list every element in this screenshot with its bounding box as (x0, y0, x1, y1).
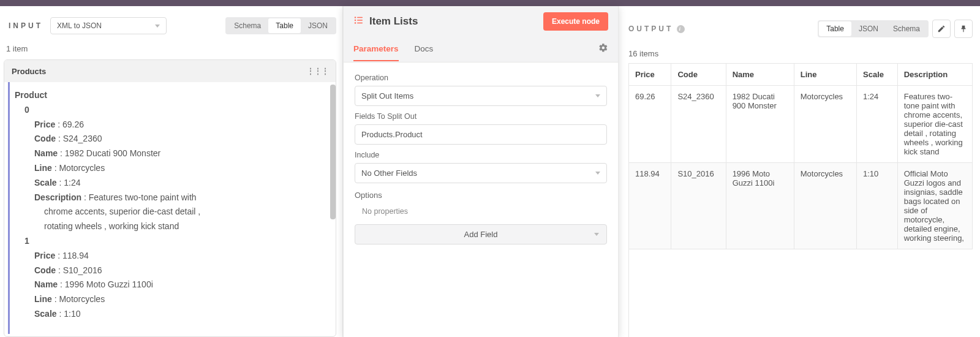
app-chrome (0, 0, 980, 6)
output-view-schema[interactable]: Schema (886, 21, 927, 36)
chevron-down-icon (155, 25, 160, 28)
fields-split-label: Fields To Split Out (355, 112, 607, 121)
input-panel: INPUT XML to JSON Schema Table JSON 1 it… (0, 6, 343, 337)
input-view-toggle: Schema Table JSON (225, 17, 336, 34)
input-source-select-value: XML to JSON (57, 21, 102, 30)
options-label: Options (355, 191, 607, 200)
chevron-down-icon (595, 172, 600, 175)
cell-scale: 1:24 (857, 86, 898, 163)
output-table[interactable]: Price Code Name Line Scale Description 6… (628, 63, 973, 337)
gear-icon[interactable] (598, 37, 608, 62)
info-icon[interactable]: i (677, 25, 685, 33)
fields-split-input[interactable]: Products.Product (355, 124, 607, 145)
input-root-label: Products (12, 67, 46, 76)
cell-name: 1996 Moto Guzzi 1100i (726, 163, 794, 249)
col-scale[interactable]: Scale (857, 64, 898, 86)
tree-val: Motorcycles (59, 163, 105, 173)
cell-line: Motorcycles (794, 86, 856, 163)
col-name[interactable]: Name (726, 64, 794, 86)
node-config-panel: Item Lists Execute node Parameters Docs … (343, 6, 619, 337)
svg-rect-4 (357, 20, 363, 21)
tree-val: 1:24 (64, 178, 80, 187)
cell-scale: 1:10 (857, 163, 898, 249)
svg-point-0 (355, 17, 356, 18)
tab-docs[interactable]: Docs (415, 38, 434, 61)
fields-split-value: Products.Product (361, 130, 423, 139)
cell-description: Features two-tone paint with chrome acce… (897, 86, 972, 163)
scrollbar[interactable] (330, 85, 336, 219)
tree-val: 1:10 (64, 309, 80, 319)
col-price[interactable]: Price (629, 64, 671, 86)
col-code[interactable]: Code (671, 64, 726, 86)
input-view-schema[interactable]: Schema (227, 18, 268, 33)
tab-parameters[interactable]: Parameters (353, 38, 399, 61)
tree-val: 1982 Ducati 900 Monster (65, 148, 160, 158)
chevron-down-icon (595, 94, 600, 97)
add-field-button[interactable]: Add Field (355, 224, 607, 244)
edit-button[interactable] (932, 20, 951, 38)
input-view-table[interactable]: Table (268, 18, 301, 33)
svg-rect-5 (357, 22, 363, 23)
grip-icon[interactable]: ⋮⋮⋮ (306, 66, 328, 76)
operation-label: Operation (355, 74, 607, 82)
col-line[interactable]: Line (794, 64, 856, 86)
output-title: OUTPUT (628, 25, 673, 33)
include-label: Include (355, 151, 607, 159)
table-header-row: Price Code Name Line Scale Description (629, 64, 973, 86)
output-panel: OUTPUT i Table JSON Schema 16 items (619, 6, 980, 337)
tree-desc: chrome accents, superior die-cast detail… (44, 205, 228, 234)
output-view-json[interactable]: JSON (851, 21, 886, 36)
cell-price: 118.94 (629, 163, 671, 249)
cell-line: Motorcycles (794, 163, 856, 249)
cell-name: 1982 Ducati 900 Monster (726, 86, 794, 163)
cell-description: Official Moto Guzzi logos and insignias,… (897, 163, 972, 249)
input-tree[interactable]: Product 0 Price : 69.26 Code : S24_2360 … (8, 82, 336, 334)
tree-index: 1 (24, 236, 29, 246)
operation-value: Split Out Items (361, 91, 413, 100)
cell-code: S24_2360 (671, 86, 726, 163)
tree-product-label: Product (15, 90, 47, 100)
output-view-toggle: Table JSON Schema (818, 20, 929, 37)
svg-point-2 (355, 22, 356, 23)
input-title: INPUT (4, 18, 48, 34)
tree-val: S24_2360 (63, 134, 102, 143)
execute-node-button[interactable]: Execute node (543, 12, 608, 31)
table-row[interactable]: 69.26 S24_2360 1982 Ducati 900 Monster M… (629, 86, 973, 163)
output-view-table[interactable]: Table (819, 21, 851, 36)
tree-val: 1996 Moto Guzzi 1100i (65, 279, 153, 289)
tree-val: Motorcycles (59, 294, 105, 304)
svg-rect-3 (357, 17, 363, 18)
svg-point-1 (355, 19, 356, 20)
tree-val: S10_2016 (63, 265, 102, 275)
tree-index: 0 (24, 105, 29, 115)
input-item-count: 1 item (4, 42, 336, 57)
chevron-down-icon (594, 233, 599, 236)
table-row[interactable]: 118.94 S10_2016 1996 Moto Guzzi 1100i Mo… (629, 163, 973, 249)
include-value: No Other Fields (361, 168, 417, 178)
node-title: Item Lists (369, 15, 418, 28)
input-source-select[interactable]: XML to JSON (50, 17, 167, 34)
tree-val: 69.26 (62, 119, 84, 129)
operation-select[interactable]: Split Out Items (355, 86, 607, 106)
list-icon (353, 15, 364, 29)
input-view-json[interactable]: JSON (301, 18, 335, 33)
tree-val: 118.94 (62, 251, 89, 260)
output-item-count: 16 items (628, 49, 973, 58)
cell-code: S10_2016 (671, 163, 726, 249)
pin-button[interactable] (954, 20, 973, 38)
cell-price: 69.26 (629, 86, 671, 163)
no-properties-label: No properties (355, 203, 607, 219)
include-select[interactable]: No Other Fields (355, 163, 607, 183)
col-description[interactable]: Description (897, 64, 972, 86)
add-field-label: Add Field (464, 230, 498, 239)
